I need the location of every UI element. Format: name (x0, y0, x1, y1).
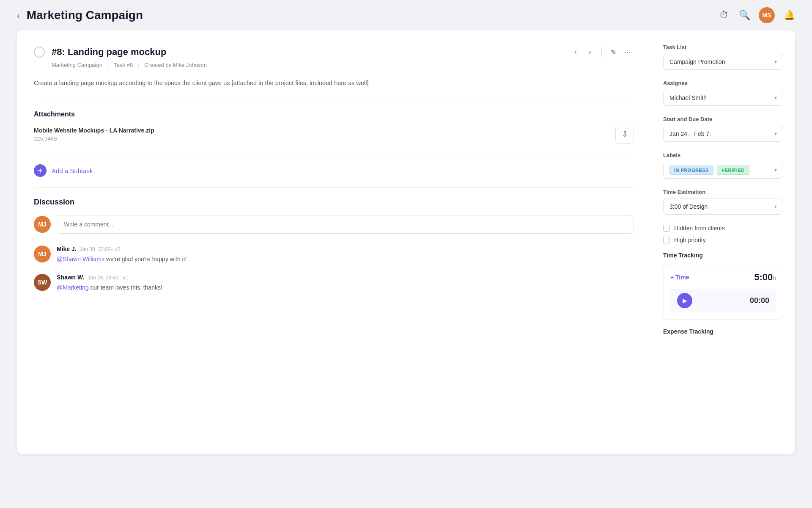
clock-icon[interactable]: ⏱ (718, 9, 730, 21)
meta-sep-2: | (138, 62, 139, 68)
attachment-size: 225.34kB (34, 135, 154, 142)
task-description: Create a landing page mockup according t… (34, 78, 634, 88)
time-tracking-section: Time Tracking + Time 5:00h ▶ 00:00 (663, 252, 783, 320)
time-tracking-box: + Time 5:00h ▶ 00:00 (663, 265, 783, 320)
task-nav-buttons: ‹ › ✎ ⋯ (569, 46, 634, 58)
main-container: #8: Landing page mockup ‹ › ✎ ⋯ Marketin… (17, 30, 795, 454)
time-estimation-label: Time Estimation (663, 189, 783, 195)
time-estimation-value: 3:00 of Design (669, 203, 708, 210)
discussion-title: Discussion (34, 198, 634, 207)
time-estimation-select[interactable]: 3:00 of Design ▾ (663, 199, 783, 215)
expense-tracking-title: Expense Tracking (663, 328, 783, 335)
mention-1: @Shawn Williams (57, 256, 104, 262)
task-list-chevron: ▾ (774, 59, 777, 65)
download-button[interactable]: ⇩ (615, 125, 634, 144)
hidden-from-clients-label: Hidden from clients (674, 225, 725, 232)
timer-display: 00:00 (750, 296, 769, 305)
commenter-name-2: Shawn W. (57, 274, 84, 281)
right-panel: Task List Campaign Promotion ▾ Assignee … (651, 30, 795, 454)
time-display: 5:00h (754, 272, 776, 283)
search-icon[interactable]: 🔍 (738, 9, 750, 21)
meta-sep-1: | (107, 62, 109, 68)
back-button[interactable]: ‹ (17, 11, 20, 19)
discussion-section: Discussion MJ MJ Mike J. Jan 30. 22:02– … (34, 198, 634, 292)
time-tracking-title: Time Tracking (663, 252, 783, 259)
current-user-avatar: MJ (34, 216, 51, 233)
comment-body-2: Shawn W. Jan 28. 09:40– #1 @Marketing ou… (57, 274, 634, 292)
edit-icon[interactable]: ✎ (607, 46, 620, 58)
comment-input[interactable] (57, 215, 634, 234)
attachment-name: Mobile Website Mockups - LA Narrative.zi… (34, 127, 154, 134)
topbar: ‹ Marketing Campaign ⏱ 🔍 MS 🔔 (0, 0, 812, 30)
divider-3 (34, 187, 634, 188)
timer-controls: ▶ 00:00 (670, 289, 776, 312)
task-list-field: Task List Campaign Promotion ▾ (663, 44, 783, 70)
mention-2: @Marketing (57, 284, 89, 291)
labels-select[interactable]: IN PROGRESS VERIFIED ▾ (663, 162, 783, 179)
task-list-select[interactable]: Campaign Promotion ▾ (663, 54, 783, 70)
assignee-select[interactable]: Michael Smith ▾ (663, 90, 783, 106)
add-subtask-icon: + (34, 164, 47, 177)
comment-header-1: Mike J. Jan 30. 22:02– #2 (57, 246, 634, 252)
time-unit: h (773, 275, 776, 282)
add-time-button[interactable]: + Time (670, 274, 689, 281)
labels-chevron: ▾ (774, 167, 777, 173)
comment-tail-2: our team loves this, thanks! (89, 284, 162, 291)
comment-header-2: Shawn W. Jan 28. 09:40– #1 (57, 274, 634, 281)
comment-meta-2: Jan 28. 09:40– #1 (88, 275, 128, 281)
time-estimation-chevron: ▾ (774, 204, 777, 210)
attachments-title: Attachments (34, 110, 634, 118)
play-button[interactable]: ▶ (677, 293, 692, 308)
date-select[interactable]: Jan 24. - Feb 7. ▾ (663, 126, 783, 142)
comment-entry-1: MJ Mike J. Jan 30. 22:02– #2 @Shawn Will… (34, 246, 634, 264)
user-avatar[interactable]: MS (759, 7, 775, 23)
assignee-field: Assignee Michael Smith ▾ (663, 80, 783, 106)
commenter-name-1: Mike J. (57, 246, 77, 252)
label-in-progress: IN PROGRESS (669, 166, 713, 175)
add-subtask-button[interactable]: + Add a Subtask (34, 164, 634, 177)
bell-icon[interactable]: 🔔 (783, 9, 795, 21)
left-panel: #8: Landing page mockup ‹ › ✎ ⋯ Marketin… (17, 30, 651, 454)
comment-avatar-1: MJ (34, 246, 51, 262)
assignee-chevron: ▾ (774, 95, 777, 101)
hidden-from-clients-row: Hidden from clients (663, 225, 783, 232)
breadcrumb-project: Marketing Campaign (52, 62, 102, 68)
assignee-label: Assignee (663, 80, 783, 86)
topbar-left: ‹ Marketing Campaign (17, 8, 718, 22)
assignee-value: Michael Smith (669, 94, 707, 101)
date-field: Start and Due Date Jan 24. - Feb 7. ▾ (663, 116, 783, 142)
date-chevron: ▾ (774, 131, 777, 137)
task-header: #8: Landing page mockup ‹ › ✎ ⋯ (34, 46, 634, 58)
task-list-label: Task List (663, 44, 783, 50)
attachment-info: Mobile Website Mockups - LA Narrative.zi… (34, 127, 154, 142)
comment-meta-1: Jan 30. 22:02– #2 (80, 246, 121, 252)
comment-body-1: Mike J. Jan 30. 22:02– #2 @Shawn William… (57, 246, 634, 264)
nav-divider (601, 47, 602, 57)
labels-field: Labels IN PROGRESS VERIFIED ▾ (663, 152, 783, 179)
breadcrumb-task: Task #8 (114, 62, 133, 68)
task-list-value: Campaign Promotion (669, 58, 725, 65)
divider-2 (34, 154, 634, 154)
time-value: 5:00 (754, 272, 773, 282)
high-priority-row: High priority (663, 237, 783, 243)
topbar-right: ⏱ 🔍 MS 🔔 (718, 7, 795, 23)
comment-input-row: MJ (34, 215, 634, 234)
divider-1 (34, 100, 634, 100)
task-checkbox[interactable] (34, 47, 45, 58)
comment-entry-2: SW Shawn W. Jan 28. 09:40– #1 @Marketing… (34, 274, 634, 292)
date-label: Start and Due Date (663, 116, 783, 122)
hidden-from-clients-checkbox[interactable] (663, 225, 670, 232)
comment-text-1: @Shawn Williams we're glad you're happy … (57, 255, 634, 264)
time-estimation-field: Time Estimation 3:00 of Design ▾ (663, 189, 783, 215)
prev-task-button[interactable]: ‹ (569, 46, 582, 58)
attachment-row: Mobile Website Mockups - LA Narrative.zi… (34, 125, 634, 144)
labels-label: Labels (663, 152, 783, 158)
add-subtask-label: Add a Subtask (52, 167, 93, 174)
comment-avatar-2: SW (34, 274, 51, 291)
more-options-icon[interactable]: ⋯ (621, 46, 634, 58)
date-value: Jan 24. - Feb 7. (669, 130, 711, 137)
time-add-row: + Time 5:00h (670, 272, 776, 283)
high-priority-checkbox[interactable] (663, 237, 670, 243)
next-task-button[interactable]: › (584, 46, 596, 58)
page-title: Marketing Campaign (27, 8, 143, 22)
